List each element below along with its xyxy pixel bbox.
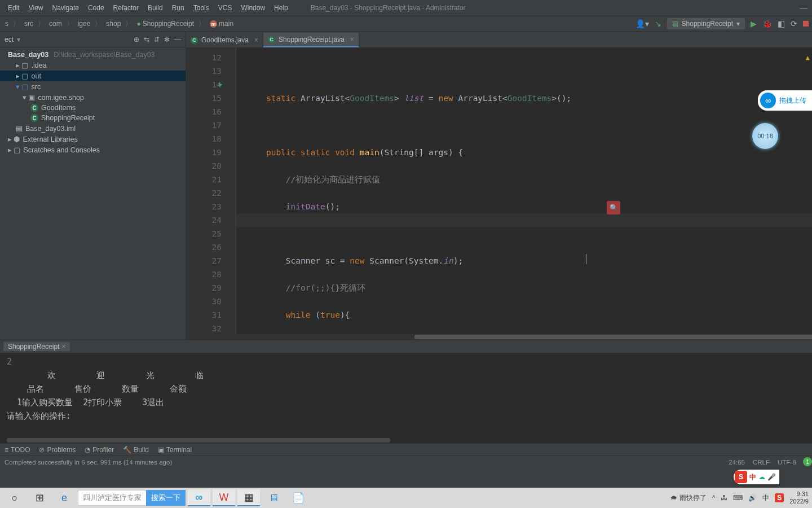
taskbar-search[interactable]: 四川泸定医疗专家 搜索一下 [78, 490, 186, 506]
horizontal-scrollbar[interactable] [186, 334, 812, 340]
search-input[interactable]: 四川泸定医疗专家 [78, 490, 146, 506]
breadcrumb: s〉 src〉 com〉 igee〉 shop〉 ●ShoppingReceip… [3, 19, 235, 29]
mic-icon: 🎤 [767, 473, 776, 481]
clock[interactable]: 9:31 2022/9 [789, 491, 809, 505]
tab-problems[interactable]: ⊘ Problems [39, 446, 76, 454]
status-bar: Completed successfully in 6 sec, 991 ms … [0, 456, 812, 468]
tab-profiler[interactable]: ◔ Profiler [85, 446, 114, 454]
crumb-method[interactable]: mmain [208, 19, 235, 29]
event-badge[interactable]: 1 [803, 457, 812, 466]
menu-code[interactable]: Code [85, 3, 108, 13]
weather-widget[interactable]: 🌧 雨快停了 [670, 493, 706, 503]
console-output[interactable]: 2 欢 迎 光 临 品名 售价 数量 金额 1输入购买数量 2打印小票 3退出 … [0, 353, 812, 437]
intellij-icon[interactable]: ▦ [237, 489, 260, 506]
target-icon[interactable]: ⊕ [134, 36, 139, 43]
warning-icon[interactable]: ▲ [806, 51, 810, 64]
panel-title: ect [5, 36, 14, 43]
tree-idea[interactable]: ▸ ▢.idea [0, 60, 186, 71]
menu-window[interactable]: Window [237, 3, 268, 13]
navigation-bar: s〉 src〉 com〉 igee〉 shop〉 ●ShoppingReceip… [0, 16, 812, 32]
minimize-icon[interactable]: — [800, 3, 807, 12]
menu-refactor[interactable]: Refactor [110, 3, 142, 13]
find-icon[interactable]: 🔍 [607, 201, 620, 214]
bottom-tool-tabs: ≡ TODO ⊘ Problems ◔ Profiler 🔨 Build ▣ T… [0, 443, 812, 456]
run-icon[interactable]: ▶ [751, 19, 757, 28]
hide-icon[interactable]: — [174, 36, 181, 43]
gear-icon[interactable]: ✻ [164, 36, 170, 43]
build-icon[interactable]: ↘ [655, 19, 661, 28]
volume-icon[interactable]: 🔊 [748, 494, 757, 502]
caret-position[interactable]: 24:65 [729, 459, 745, 466]
timer-widget[interactable]: 00:18 [752, 123, 778, 149]
user-icon[interactable]: 👤▾ [636, 19, 649, 28]
tab-gooditems[interactable]: CGoodItems.java× [186, 33, 263, 47]
run-config-icon: ▤ [672, 20, 678, 28]
tree-iml[interactable]: ▤Base_day03.iml [0, 123, 186, 134]
cloud-icon: ☁ [758, 473, 765, 481]
run-line-icon[interactable]: ▶ [219, 78, 223, 91]
wps-icon[interactable]: W [213, 489, 235, 506]
ime2-icon[interactable]: 中 [762, 493, 769, 503]
crumb-class[interactable]: ●ShoppingReceipt [135, 19, 196, 28]
crumb-shop[interactable]: shop [104, 19, 122, 28]
tree-shoppingreceipt[interactable]: CShoppingReceipt [0, 113, 186, 123]
ime-icon[interactable]: ⌨ [733, 494, 743, 502]
tab-terminal[interactable]: ▣ Terminal [158, 446, 192, 454]
crumb-node[interactable]: s [3, 19, 10, 28]
taskview-button[interactable]: ⊞ [28, 489, 51, 506]
debug-icon[interactable]: 🐞 [762, 19, 772, 28]
coverage-icon[interactable]: ◧ [778, 19, 785, 28]
upload-widget[interactable]: ∞ 拖拽上传 [758, 90, 812, 111]
menu-build[interactable]: Build [144, 3, 166, 13]
tab-build[interactable]: 🔨 Build [123, 446, 149, 454]
tree-scratches[interactable]: ▸ ▢Scratches and Consoles [0, 144, 186, 155]
menu-edit[interactable]: Edit [5, 3, 23, 13]
run-config-selector[interactable]: ▤ ShoppingReceipt ▾ [667, 18, 745, 29]
run-tab[interactable]: ShoppingReceipt× [3, 342, 70, 351]
profile-icon[interactable]: ⟳ [791, 19, 797, 28]
sogou-ime-widget[interactable]: S 中 ☁ 🎤 [734, 470, 779, 484]
menu-tools[interactable]: Tools [190, 3, 213, 13]
close-icon[interactable]: × [350, 36, 354, 43]
crumb-src[interactable]: src [23, 19, 35, 28]
tree-external[interactable]: ▸ ⬢External Libraries [0, 134, 186, 144]
file-encoding[interactable]: UTF-8 [778, 459, 796, 466]
chevron-down-icon: ▾ [736, 20, 740, 28]
menu-view[interactable]: View [25, 3, 47, 13]
tree-out[interactable]: ▸ ▢out [0, 71, 186, 81]
menu-help[interactable]: Help [271, 3, 292, 13]
stop-icon[interactable] [803, 21, 809, 27]
expand-icon[interactable]: ⇆ [144, 36, 149, 43]
chevron-down-icon[interactable]: ▾ [17, 36, 20, 43]
line-separator[interactable]: CRLF [753, 459, 770, 466]
windows-taskbar: ○ ⊞ e 四川泸定医疗专家 搜索一下 ∞ W ▦ 🖥 📄 🌧 雨快停了 ^ 🖧… [0, 488, 812, 508]
menu-navigate[interactable]: Navigate [49, 3, 82, 13]
search-button[interactable]: 搜索一下 [146, 490, 186, 506]
crumb-igee[interactable]: igee [76, 19, 92, 28]
tray-chevron-icon[interactable]: ^ [712, 494, 716, 502]
close-icon[interactable]: × [254, 36, 258, 44]
tree-src[interactable]: ▾ ▢src [0, 81, 186, 92]
tab-shoppingreceipt[interactable]: CShoppingReceipt.java× [263, 33, 359, 47]
network-icon[interactable]: 🖧 [721, 494, 727, 502]
run-tool-window: ShoppingReceipt× 2 欢 迎 光 临 品名 售价 数量 金额 1… [0, 340, 812, 443]
menu-run[interactable]: Run [169, 3, 188, 13]
close-icon[interactable]: × [61, 343, 65, 351]
status-message: Completed successfully in 6 sec, 991 ms … [5, 459, 172, 466]
tab-todo[interactable]: ≡ TODO [5, 446, 30, 454]
menu-vcs[interactable]: VCS [215, 3, 236, 13]
start-button[interactable]: ○ [3, 489, 26, 506]
sogou-tray-icon[interactable]: S [775, 493, 784, 502]
collapse-icon[interactable]: ⇵ [154, 36, 160, 43]
monitor-icon[interactable]: 🖥 [262, 489, 285, 506]
baidu-icon[interactable]: ∞ [188, 489, 210, 506]
ie-icon[interactable]: e [53, 489, 76, 506]
crumb-com[interactable]: com [47, 19, 64, 28]
tree-gooditems[interactable]: CGoodItems [0, 103, 186, 113]
code-body[interactable]: ▲ static ArrayList<GoodItems> list = new… [236, 47, 812, 334]
tree-root[interactable]: Base_day03D:\idea_workspase\Base_day03 [0, 50, 186, 60]
code-editor[interactable]: 12 13 14▶ 15 16 17 18 19 20 21 22 23 24 … [186, 47, 812, 334]
notepad-icon[interactable]: 📄 [287, 489, 310, 506]
tree-pkg[interactable]: ▾ ▣com.igee.shop [0, 92, 186, 103]
console-scrollbar[interactable] [7, 437, 805, 443]
